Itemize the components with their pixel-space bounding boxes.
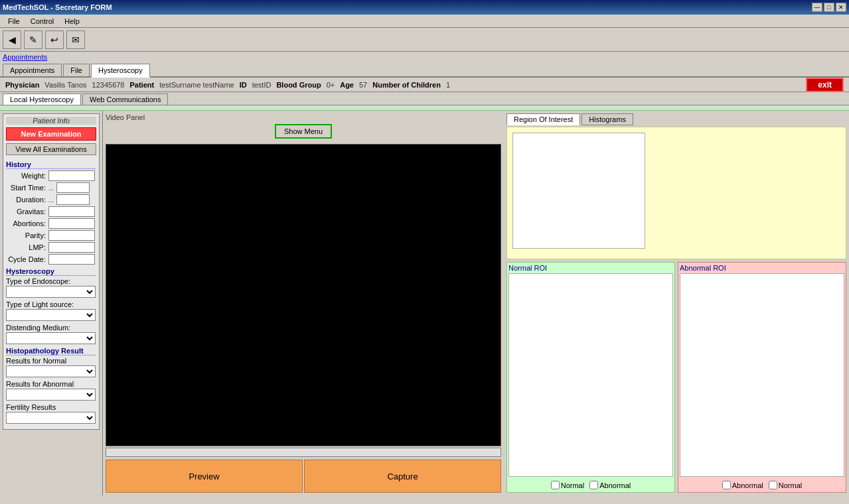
view-all-examinations-button[interactable]: View All Examinations <box>6 143 96 155</box>
fertility-select[interactable] <box>6 412 96 424</box>
results-abnormal-label: Results for Abnormal <box>6 380 96 388</box>
show-menu-container: Show Menu <box>106 124 501 141</box>
window-title: MedTechSOL - Secretary FORM <box>3 3 112 11</box>
abortions-row: Abortions: <box>6 218 96 229</box>
preview-button[interactable]: Preview <box>106 460 303 493</box>
blood-group-value: 0+ <box>327 81 335 89</box>
show-menu-button[interactable]: Show Menu <box>275 124 332 139</box>
close-button[interactable]: ✕ <box>836 3 846 12</box>
distending-medium-row: Distending Medium: <box>6 324 96 344</box>
abortions-label: Abortions: <box>6 220 46 227</box>
physician-id: 12345678 <box>92 81 125 89</box>
abnormal-roi-checkbox-row: Abnormal Normal <box>680 479 844 491</box>
start-time-dots: ... <box>48 184 54 192</box>
exit-button[interactable]: exit <box>806 78 844 92</box>
roi-bottom-row: Normal ROI Normal Abnormal <box>506 262 846 493</box>
toolbar: ◀ ✎ ↩ ✉ <box>0 28 849 52</box>
results-abnormal-row: Results for Abnormal <box>6 380 96 401</box>
history-header: History <box>6 160 96 169</box>
toolbar-edit-button[interactable]: ✎ <box>24 31 42 49</box>
sub-tab-web-communications[interactable]: Web Communications <box>82 94 168 105</box>
cycle-date-row: Cycle Date: <box>6 254 96 265</box>
title-bar: MedTechSOL - Secretary FORM — □ ✕ <box>0 0 849 15</box>
roi-tabs-row: Region Of Interest Histograms <box>506 113 846 125</box>
gravitas-input[interactable] <box>48 206 95 217</box>
start-time-row: Start Time: ... <box>6 182 96 193</box>
weight-label: Weight: <box>6 172 46 180</box>
gravitas-row: Gravitas: <box>6 206 96 217</box>
normal-checkbox-2-label: Normal <box>769 481 802 489</box>
results-normal-select[interactable] <box>6 365 96 377</box>
maximize-button[interactable]: □ <box>824 3 834 12</box>
start-time-input[interactable] <box>56 182 90 193</box>
menu-help[interactable]: Help <box>59 16 85 27</box>
normal-checkbox-1[interactable] <box>551 481 560 489</box>
duration-input[interactable] <box>56 194 90 205</box>
roi-tab-region-of-interest[interactable]: Region Of Interest <box>506 113 580 125</box>
abnormal-checkbox-1[interactable] <box>589 481 598 489</box>
weight-input[interactable] <box>48 170 95 181</box>
menu-control[interactable]: Control <box>25 16 59 27</box>
roi-top-image <box>512 133 645 249</box>
toolbar-back-button[interactable]: ◀ <box>3 31 21 49</box>
tab-file[interactable]: File <box>63 64 90 76</box>
cycle-date-label: Cycle Date: <box>6 255 46 263</box>
age-label: Age <box>340 81 354 89</box>
tab-appointments[interactable]: Appointments <box>3 64 62 76</box>
patient-bar: Physician Vasilis Tanos 12345678 Patient… <box>0 78 849 92</box>
new-examination-button[interactable]: New Examination <box>6 127 96 141</box>
menu-bar: File Control Help <box>0 15 849 28</box>
sub-tab-local-hysteroscopy[interactable]: Local Hysteroscopy <box>3 94 81 105</box>
gravitas-label: Gravitas: <box>6 208 46 216</box>
abnormal-checkbox-1-label: Abnormal <box>589 481 631 489</box>
duration-row: Duration: ... <box>6 194 96 205</box>
roi-tab-histograms[interactable]: Histograms <box>581 113 633 125</box>
id-value: testID <box>252 81 271 89</box>
parity-input[interactable] <box>48 230 95 241</box>
results-abnormal-select[interactable] <box>6 389 96 401</box>
tab-hysteroscopy[interactable]: Hysteroscopy <box>91 64 150 78</box>
lmp-input[interactable] <box>48 242 95 253</box>
minimize-button[interactable]: — <box>812 3 822 12</box>
light-source-select[interactable] <box>6 309 96 321</box>
green-bar <box>0 105 849 111</box>
start-time-label: Start Time: <box>6 184 46 192</box>
abnormal-checkbox-2[interactable] <box>722 481 731 489</box>
children-value: 1 <box>446 81 450 89</box>
capture-button[interactable]: Capture <box>304 460 501 493</box>
sub-tabs-row: Local Hysteroscopy Web Communications <box>0 92 849 105</box>
main-tabs-row: Appointments File Hysteroscopy <box>0 62 849 78</box>
window-controls: — □ ✕ <box>812 3 846 12</box>
menu-file[interactable]: File <box>3 16 25 27</box>
abnormal-roi-label: Abnormal ROI <box>680 264 844 272</box>
video-panel-label: Video Panel <box>106 113 501 121</box>
cycle-date-input[interactable] <box>48 254 95 265</box>
endoscope-label: Type of Endoscope: <box>6 277 96 285</box>
normal-checkbox-2[interactable] <box>769 481 777 489</box>
physician-name: Vasilis Tanos <box>44 81 86 89</box>
physician-label: Physician <box>5 81 39 89</box>
video-area <box>106 144 501 446</box>
histopathology-header: Histopathology Result <box>6 347 96 355</box>
toolbar-undo-button[interactable]: ↩ <box>45 31 64 49</box>
weight-row: Weight: <box>6 170 96 181</box>
endoscope-select[interactable] <box>6 286 96 298</box>
abnormal-checkbox-2-label: Abnormal <box>722 481 763 489</box>
results-normal-label: Results for Normal <box>6 357 96 365</box>
distending-medium-select[interactable] <box>6 332 96 344</box>
toolbar-mail-button[interactable]: ✉ <box>66 31 85 49</box>
roi-main: Normal ROI Normal Abnormal <box>506 127 846 493</box>
roi-normal-section: Normal ROI Normal Abnormal <box>506 262 675 493</box>
hysteroscopy-section-header: Hysteroscopy <box>6 267 96 276</box>
children-label: Number of Children <box>372 81 441 89</box>
left-panel: Patient Info New Examination View All Ex… <box>0 111 103 495</box>
endoscope-row: Type of Endoscope: <box>6 277 96 298</box>
duration-label: Duration: <box>6 196 46 204</box>
lmp-label: LMP: <box>6 243 46 251</box>
patient-info-label: Patient Info <box>6 117 96 125</box>
normal-checkbox-1-label: Normal <box>551 481 584 489</box>
appointments-nav[interactable]: Appointments <box>0 52 849 62</box>
right-panel: Region Of Interest Histograms Normal ROI <box>504 111 849 495</box>
abortions-input[interactable] <box>48 218 95 229</box>
patient-label: Patient <box>130 81 155 89</box>
